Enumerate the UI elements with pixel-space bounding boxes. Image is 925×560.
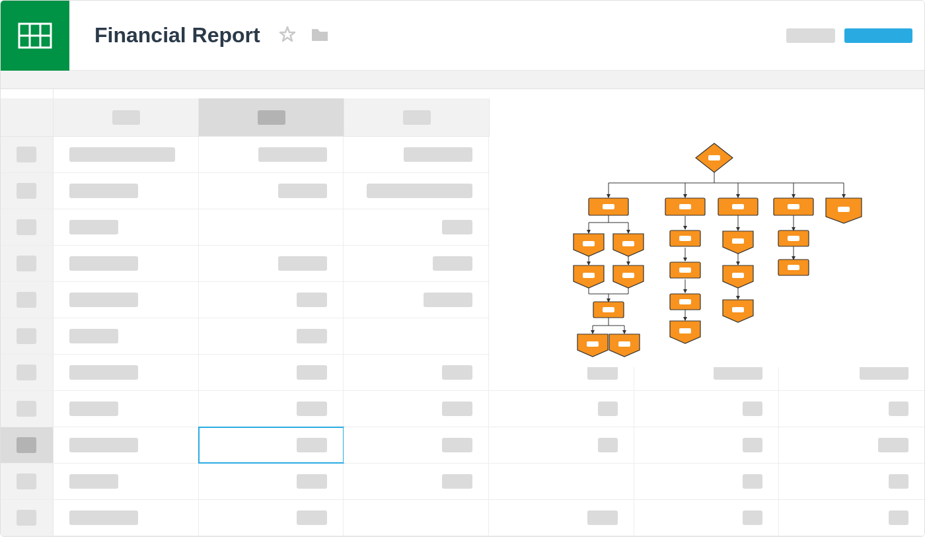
svg-rect-66: [679, 299, 691, 304]
svg-rect-40: [679, 204, 691, 209]
cell[interactable]: [779, 500, 924, 536]
svg-rect-50: [622, 241, 634, 246]
select-all-corner[interactable]: [1, 98, 54, 136]
cell[interactable]: [634, 464, 780, 499]
star-icon[interactable]: [279, 26, 296, 46]
svg-rect-70: [732, 238, 744, 244]
cell[interactable]: [634, 391, 780, 427]
svg-rect-64: [679, 267, 691, 273]
cell[interactable]: [54, 464, 199, 499]
cell[interactable]: [344, 282, 489, 318]
cell[interactable]: [199, 464, 344, 499]
column-header-A[interactable]: [54, 98, 199, 136]
cell[interactable]: [344, 355, 489, 390]
svg-marker-4: [280, 27, 295, 41]
svg-rect-76: [788, 236, 799, 241]
document-title[interactable]: Financial Report: [94, 23, 260, 48]
cell[interactable]: [54, 173, 199, 209]
svg-rect-68: [679, 328, 691, 333]
svg-rect-58: [587, 341, 599, 347]
cell[interactable]: [54, 209, 199, 245]
cell[interactable]: [344, 427, 489, 463]
row-header[interactable]: [1, 355, 54, 390]
cell[interactable]: [489, 464, 634, 499]
column-header-C[interactable]: [344, 98, 490, 136]
row-header[interactable]: [1, 500, 54, 536]
cell[interactable]: [54, 318, 199, 354]
header-actions: [786, 28, 924, 43]
cell[interactable]: [54, 246, 199, 281]
cell[interactable]: [779, 427, 924, 463]
cell[interactable]: [54, 282, 199, 318]
row-header[interactable]: [1, 427, 54, 463]
table-row: [1, 464, 924, 500]
grid-top-gutter: [1, 89, 924, 98]
svg-rect-78: [788, 265, 799, 270]
svg-rect-62: [679, 236, 691, 241]
cell[interactable]: [634, 500, 780, 536]
svg-rect-48: [583, 241, 595, 246]
cell[interactable]: [344, 391, 489, 427]
row-header[interactable]: [1, 137, 54, 172]
cell[interactable]: [344, 173, 489, 209]
cell[interactable]: [199, 355, 344, 390]
header-button-1[interactable]: [786, 28, 835, 43]
cell[interactable]: [54, 391, 199, 427]
cell[interactable]: [779, 464, 924, 499]
cell[interactable]: [344, 246, 489, 281]
cell[interactable]: [54, 355, 199, 390]
cell[interactable]: [489, 427, 634, 463]
cell[interactable]: [344, 318, 489, 354]
svg-rect-42: [732, 204, 744, 209]
cell[interactable]: [779, 391, 924, 427]
cell[interactable]: [199, 246, 344, 281]
cell[interactable]: [199, 137, 344, 172]
svg-rect-44: [788, 204, 799, 209]
folder-icon[interactable]: [311, 26, 329, 45]
cell[interactable]: [199, 500, 344, 536]
svg-rect-60: [618, 341, 630, 347]
cell[interactable]: [199, 318, 344, 354]
cell[interactable]: [344, 209, 489, 245]
cell[interactable]: [199, 173, 344, 209]
svg-rect-46: [838, 207, 850, 212]
svg-rect-72: [732, 273, 744, 278]
row-header[interactable]: [1, 391, 54, 427]
cell[interactable]: [199, 427, 344, 463]
table-row: [1, 500, 924, 536]
svg-rect-6: [708, 155, 720, 160]
svg-rect-52: [583, 273, 595, 278]
column-header-B[interactable]: [199, 98, 344, 136]
toolbar[interactable]: [1, 71, 924, 89]
cell[interactable]: [634, 427, 780, 463]
table-row: [1, 427, 924, 464]
header: Financial Report: [1, 1, 924, 71]
flowchart-overlay[interactable]: [490, 106, 925, 367]
cell[interactable]: [54, 500, 199, 536]
row-header[interactable]: [1, 173, 54, 209]
cell[interactable]: [54, 427, 199, 463]
row-header[interactable]: [1, 464, 54, 499]
cell[interactable]: [344, 500, 489, 536]
spreadsheet-window: Financial Report: [0, 0, 925, 537]
cell[interactable]: [489, 391, 634, 427]
row-header[interactable]: [1, 282, 54, 318]
row-header[interactable]: [1, 318, 54, 354]
table-row: [1, 391, 924, 427]
cell[interactable]: [199, 209, 344, 245]
svg-rect-56: [603, 307, 614, 312]
svg-rect-74: [732, 307, 744, 312]
cell[interactable]: [199, 391, 344, 427]
svg-rect-38: [603, 204, 614, 209]
app-icon[interactable]: [1, 1, 69, 71]
cell[interactable]: [344, 137, 489, 172]
cell[interactable]: [344, 464, 489, 499]
row-header[interactable]: [1, 246, 54, 281]
svg-rect-54: [622, 273, 634, 278]
cell[interactable]: [489, 500, 634, 536]
cell[interactable]: [54, 137, 199, 172]
row-header[interactable]: [1, 209, 54, 245]
sheets-grid-icon: [18, 22, 52, 49]
cell[interactable]: [199, 282, 344, 318]
share-button[interactable]: [844, 28, 912, 43]
